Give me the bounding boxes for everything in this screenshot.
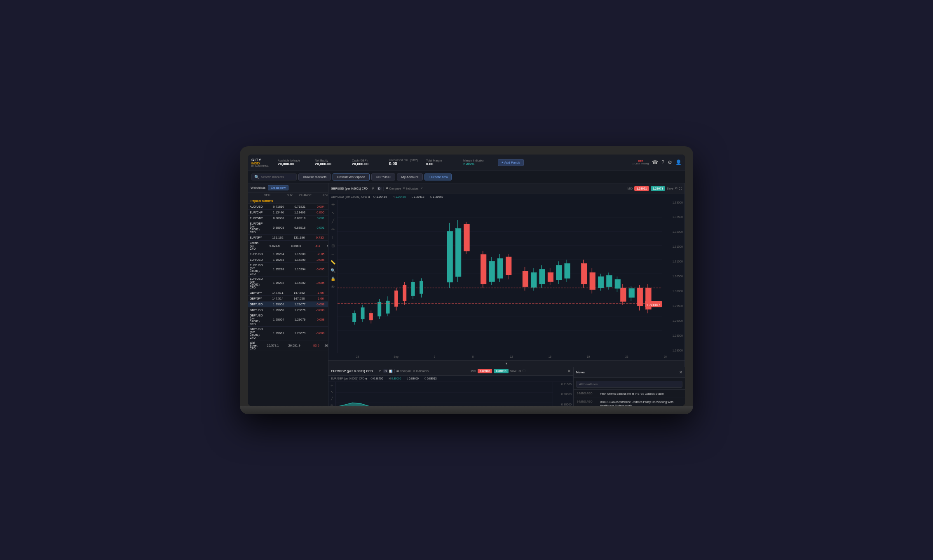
eur-settings-btn[interactable]: ⚙ <box>518 370 521 373</box>
search-box[interactable]: 🔍 <box>251 173 297 180</box>
market-row[interactable]: GBP/JPY 147.514 147.550 -1.06 148.728 14… <box>248 296 328 302</box>
market-buy: 147.552 <box>284 291 305 295</box>
pair-tab[interactable]: GBP/USD <box>371 173 395 180</box>
period-d-btn[interactable]: D <box>377 187 382 190</box>
eur-save-btn[interactable]: Save <box>510 370 517 373</box>
eur-period-d[interactable]: D <box>383 369 388 373</box>
market-row[interactable]: EUR/JPY 131.162 131.186 -0.733 132 130.7… <box>248 235 328 241</box>
svg-rect-29 <box>447 231 453 282</box>
news-close-btn[interactable]: ✕ <box>679 370 682 375</box>
market-row[interactable]: Wall Street CFD 26,579.1 26,581.9 -83.5 … <box>248 340 328 351</box>
search-input[interactable] <box>261 175 294 179</box>
market-row[interactable]: GBP/USD (per 0.0001) CFD 1.29661 1.29673… <box>248 327 328 340</box>
one-click-toggle[interactable]: OFF 1-Click Trading <box>632 160 649 165</box>
draw-icon[interactable]: ✏ <box>329 227 337 232</box>
main-chart-title: GBP/USD (per 0.0001) CFD <box>331 187 368 190</box>
market-sell: 131.162 <box>262 236 284 239</box>
period-p-btn[interactable]: P <box>371 187 375 190</box>
help-icon[interactable]: ? <box>661 159 664 165</box>
chart-scroll-down[interactable]: ▼ <box>328 360 685 367</box>
fullscreen-btn[interactable]: ⛶ <box>679 187 682 190</box>
arrow-left-icon[interactable]: ← <box>329 251 337 257</box>
market-buy: 1.15299 <box>284 258 306 262</box>
market-row[interactable]: EUR/USD 1.15284 1.15300 -0.05 1.158 1.15… <box>248 251 328 257</box>
eur-cursor-icon[interactable]: ↖ <box>328 390 336 394</box>
fib-icon[interactable]: ⊞ <box>329 243 337 249</box>
watchlist-create-button[interactable]: Create new <box>268 185 288 190</box>
market-row[interactable]: EUR/GBP (per 0.0001) CFD 0.88908 0.88918… <box>248 221 328 235</box>
eur-close-btn[interactable]: ✕ <box>567 369 571 373</box>
news-item[interactable]: 9 MINS AGO Fitch Affirms Belarus Re at I… <box>574 390 685 398</box>
phone-icon[interactable]: ☎ <box>652 159 658 165</box>
news-search-input[interactable] <box>576 381 682 388</box>
market-row[interactable]: GBP/JPY 147.511 147.552 -1.06 148.728 14… <box>248 290 328 296</box>
compare-btn[interactable]: ⇌ Compare <box>386 187 401 190</box>
eur-period-p[interactable]: P <box>378 369 382 373</box>
browse-markets-tab[interactable]: Browse markets <box>298 173 331 180</box>
market-buy: 1.15302 <box>284 277 306 289</box>
market-sell: 1.15282 <box>263 277 284 289</box>
user-icon[interactable]: 👤 <box>675 159 682 165</box>
market-high: 0.89 <box>325 216 328 220</box>
market-sell: 1.29658 <box>263 308 284 312</box>
market-change: -0.005 <box>306 264 325 275</box>
svg-rect-47 <box>539 269 545 284</box>
measure-icon[interactable]: 📏 <box>329 260 337 265</box>
eur-chart-icon[interactable]: 📊 <box>389 370 393 373</box>
eur-line-icon[interactable]: ╱ <box>328 397 336 401</box>
market-high: 1.158 <box>325 258 328 262</box>
create-new-button[interactable]: + Create new <box>424 173 452 180</box>
eur-crosshair-icon[interactable]: ✛ <box>328 384 336 388</box>
eur-gbp-panel: EUR/GBP (per 0.0001) CFD P D 📊 | ⇌ Compa… <box>328 367 574 406</box>
save-btn[interactable]: Save <box>667 187 673 190</box>
market-row[interactable]: GBP/USD 1.29658 1.29676 -0.008 1.305 1.2… <box>248 307 328 313</box>
market-row[interactable]: EUR/GBP 0.88908 0.88918 0.001 0.89 0.887… <box>248 216 328 221</box>
main-buy-badge[interactable]: 1.29673 <box>651 186 665 191</box>
market-row[interactable]: Bitcoin (B) CFD 6,526.6 6,566.6 -6.3 6,6… <box>248 241 328 251</box>
main-sell-badge[interactable]: 1.29661 <box>634 186 649 191</box>
stat-available: Available to trade 20,000.00 <box>278 159 307 166</box>
crosshair-icon[interactable]: ✛ <box>329 202 337 208</box>
indicators-btn[interactable]: ≋ Indicators <box>403 187 418 190</box>
zoom-icon[interactable]: 🔍 <box>329 268 337 274</box>
market-sell: 26,579.1 <box>258 341 279 350</box>
market-row[interactable]: GBP/USD 1.29656 1.29677 -0.008 1.305 1.2… <box>248 302 328 307</box>
market-sell: 1.15283 <box>263 258 284 262</box>
market-row[interactable]: GBP/USD (per 0.0001) CFD 1.29654 1.29679… <box>248 313 328 327</box>
eur-sell-badge[interactable]: 0.88908 <box>478 369 492 373</box>
settings-icon[interactable]: ⚙ <box>668 159 672 165</box>
svg-rect-49 <box>556 265 562 280</box>
market-row[interactable]: EUR/USD (per 0.0001) CFD 1.15288 1.15294… <box>248 263 328 276</box>
market-high: 1.305 <box>325 314 328 326</box>
market-row[interactable]: EUR/USD 1.15283 1.15299 -0.005 1.158 1.1… <box>248 257 328 263</box>
svg-rect-41 <box>506 257 511 275</box>
right-area: GBP/USD (per 0.0001) CFD P D | ⇌ Compare… <box>328 183 685 406</box>
top-bar: CITY INDEX BY GAIN CAPITAL Available to … <box>248 155 685 171</box>
market-buy: 6,566.6 <box>280 241 301 250</box>
line-icon[interactable]: ╱ <box>329 218 337 224</box>
search-icon: 🔍 <box>254 175 259 179</box>
news-item[interactable]: 9 MINS AGO BRIEF-GlaxoSmithKline Updates… <box>574 398 685 406</box>
cursor-icon[interactable]: ↖ <box>329 210 337 216</box>
eur-compare-btn[interactable]: ⇌ Compare <box>396 370 412 373</box>
text-icon[interactable]: T <box>329 235 337 241</box>
market-sell: 0.88908 <box>263 216 284 220</box>
chart-expand-btn[interactable]: ⤢ <box>420 187 423 190</box>
workspace-tab[interactable]: Default Workspace <box>333 173 369 180</box>
market-row[interactable]: EUR/USD (per 0.0001) CFD 1.15282 1.15302… <box>248 276 328 290</box>
market-row[interactable]: EUR/CHF 1.13440 1.13463 -0.005 1.14 1.13… <box>248 210 328 216</box>
eur-indicators-btn[interactable]: ≋ Indicators <box>413 370 429 373</box>
lock-icon[interactable]: 🔒 <box>329 276 337 282</box>
market-buy: 1.29679 <box>284 314 306 326</box>
market-row[interactable]: AUD/USD 0.71810 0.71821 -0.004 0.724 0.7… <box>248 204 328 210</box>
market-name: GBP/USD <box>250 302 263 306</box>
eur-draw-icon[interactable]: ✏ <box>328 403 336 406</box>
settings-chart-btn[interactable]: ⚙ <box>675 187 677 190</box>
account-tab[interactable]: My Account <box>397 173 423 180</box>
market-name: EUR/CHF <box>250 211 263 214</box>
eur-fullscreen-btn[interactable]: ⛶ <box>523 370 525 373</box>
add-funds-button[interactable]: + Add Funds <box>498 159 524 166</box>
eye-icon[interactable]: 👁 <box>329 284 337 290</box>
eur-buy-badge[interactable]: 0.88918 <box>494 369 508 373</box>
svg-rect-25 <box>411 282 415 295</box>
